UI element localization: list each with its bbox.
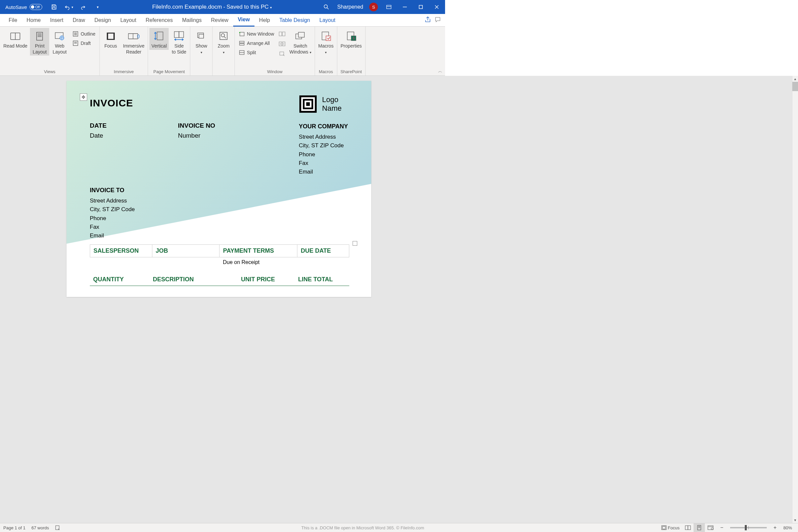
zoom-button[interactable]: Zoom▾ xyxy=(214,28,233,56)
company-addr1[interactable]: Street Address xyxy=(299,133,348,141)
tab-table-layout[interactable]: Layout xyxy=(315,14,340,26)
side-to-side-button[interactable]: Sideto Side xyxy=(169,28,189,56)
date-label: DATE xyxy=(90,122,178,129)
maximize-icon[interactable] xyxy=(416,2,426,12)
invoiceto-fax[interactable]: Fax xyxy=(90,223,135,231)
svg-rect-5 xyxy=(419,5,423,8)
tab-view[interactable]: View xyxy=(233,14,255,26)
svg-rect-26 xyxy=(179,32,184,38)
invoiceto-email[interactable]: Email xyxy=(90,231,135,240)
svg-rect-39 xyxy=(282,32,285,36)
svg-rect-30 xyxy=(220,32,227,40)
svg-rect-22 xyxy=(108,34,113,39)
view-side-by-side-button[interactable] xyxy=(277,29,287,39)
search-icon[interactable] xyxy=(321,2,331,12)
invoice-no-label: INVOICE NO xyxy=(178,122,266,129)
company-addr2[interactable]: City, ST ZIP Code xyxy=(299,141,348,150)
logo-name[interactable]: LogoName xyxy=(322,95,341,113)
undo-icon[interactable]: ▾ xyxy=(63,2,74,12)
invoice-no-value[interactable]: Number xyxy=(178,132,266,139)
invoiceto-addr1[interactable]: Street Address xyxy=(90,196,135,205)
focus-button[interactable]: Focus xyxy=(101,28,120,50)
svg-rect-8 xyxy=(37,32,42,40)
svg-rect-38 xyxy=(279,32,282,36)
svg-rect-33 xyxy=(240,32,244,36)
save-icon[interactable] xyxy=(49,2,59,12)
ribbon-display-icon[interactable] xyxy=(384,2,394,12)
tab-draw[interactable]: Draw xyxy=(68,14,90,26)
minimize-icon[interactable] xyxy=(400,2,410,12)
company-hd: YOUR COMPANY xyxy=(299,122,348,131)
ribbon-view: Read Mode PrintLayout WebLayout Outline … xyxy=(0,26,445,76)
read-mode-button[interactable]: Read Mode xyxy=(1,28,29,50)
group-label-macros: Macros xyxy=(316,69,336,75)
tab-home[interactable]: Home xyxy=(22,14,45,26)
svg-rect-35 xyxy=(240,43,244,45)
date-value[interactable]: Date xyxy=(90,132,178,139)
macros-button[interactable]: Macros▾ xyxy=(316,28,336,56)
company-email[interactable]: Email xyxy=(299,168,348,176)
svg-rect-25 xyxy=(174,32,179,38)
avatar[interactable]: S xyxy=(369,3,378,11)
svg-text:S: S xyxy=(352,37,355,40)
tab-file[interactable]: File xyxy=(4,14,22,26)
items-table[interactable]: QUANTITY DESCRIPTION UNIT PRICE LINE TOT… xyxy=(90,273,349,286)
tab-table-design[interactable]: Table Design xyxy=(275,14,315,26)
group-label-views: Views xyxy=(1,69,98,75)
svg-rect-46 xyxy=(326,36,331,41)
print-layout-button[interactable]: PrintLayout xyxy=(30,28,49,56)
draft-button[interactable]: Draft xyxy=(70,39,98,48)
save-status-dropdown[interactable]: Saved to this PC ▾ xyxy=(226,4,272,10)
company-logo-icon xyxy=(299,95,317,113)
page[interactable]: ✥ INVOICE DATE Date INVOICE NO Number Lo… xyxy=(67,81,371,297)
tab-insert[interactable]: Insert xyxy=(45,14,68,26)
tab-references[interactable]: References xyxy=(141,14,178,26)
svg-point-2 xyxy=(324,5,327,8)
tab-review[interactable]: Review xyxy=(206,14,233,26)
title-bar: AutoSave Off ▾ ▾ FileInfo.com Example.do… xyxy=(0,0,445,14)
split-button[interactable]: Split xyxy=(236,48,277,57)
new-window-button[interactable]: New Window xyxy=(236,29,277,39)
share-icon[interactable] xyxy=(424,16,431,24)
tab-mailings[interactable]: Mailings xyxy=(178,14,207,26)
svg-rect-34 xyxy=(240,41,244,43)
show-button[interactable]: Show▾ xyxy=(191,28,211,56)
svg-rect-1 xyxy=(53,7,55,9)
svg-rect-44 xyxy=(298,32,304,37)
vertical-button[interactable]: Vertical xyxy=(149,28,169,50)
tab-layout[interactable]: Layout xyxy=(116,14,141,26)
svg-point-31 xyxy=(221,34,224,37)
invoiceto-addr2[interactable]: City, ST ZIP Code xyxy=(90,205,135,214)
redo-icon[interactable] xyxy=(78,2,88,12)
document-area: ✥ INVOICE DATE Date INVOICE NO Number Lo… xyxy=(0,76,445,297)
group-label-immersive: Immersive xyxy=(101,69,147,75)
invoice-to-hd: INVOICE TO xyxy=(90,186,135,195)
account-name[interactable]: Sharpened xyxy=(337,4,363,10)
collapse-ribbon-icon[interactable]: ︿ xyxy=(438,68,442,74)
arrange-all-button[interactable]: Arrange All xyxy=(236,39,277,48)
immersive-reader-button[interactable]: ImmersiveReader xyxy=(121,28,147,56)
reset-window-position-button[interactable] xyxy=(277,49,287,58)
company-fax[interactable]: Fax xyxy=(299,159,348,168)
svg-rect-29 xyxy=(199,34,204,38)
tab-design[interactable]: Design xyxy=(90,14,116,26)
properties-button[interactable]: S Properties xyxy=(339,28,364,50)
comments-icon[interactable] xyxy=(434,16,441,24)
invoiceto-phone[interactable]: Phone xyxy=(90,214,135,223)
group-label-sharepoint: SharePoint xyxy=(339,69,364,75)
sync-scrolling-button[interactable] xyxy=(277,39,287,49)
ribbon-tabs: File Home Insert Draw Design Layout Refe… xyxy=(0,14,445,26)
svg-rect-23 xyxy=(157,32,163,40)
group-label-page-movement: Page Movement xyxy=(149,69,189,75)
qat-customize-icon[interactable]: ▾ xyxy=(93,2,103,12)
web-layout-button[interactable]: WebLayout xyxy=(50,28,69,56)
svg-rect-0 xyxy=(53,5,55,6)
tab-help[interactable]: Help xyxy=(255,14,275,26)
autosave-toggle[interactable]: AutoSave Off xyxy=(3,4,44,10)
switch-windows-button[interactable]: SwitchWindows ▾ xyxy=(287,28,313,56)
close-icon[interactable] xyxy=(432,2,442,12)
terms-table[interactable]: SALESPERSON JOB PAYMENT TERMS DUE DATE D… xyxy=(90,244,349,267)
svg-rect-3 xyxy=(387,5,391,9)
company-phone[interactable]: Phone xyxy=(299,150,348,159)
outline-button[interactable]: Outline xyxy=(70,29,98,39)
